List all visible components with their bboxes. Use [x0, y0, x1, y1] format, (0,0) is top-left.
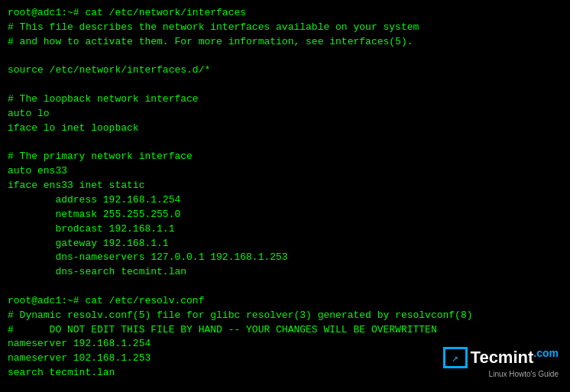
comment-loopback: # The loopback network interface [8, 93, 199, 105]
line-12: auto ens33 [8, 164, 562, 179]
logo-name: Tecmint.com [471, 347, 559, 368]
gateway-line: gateway 192.168.1.1 [8, 238, 169, 249]
prompt-text: root@adc1:~# cat /etc/network/interfaces [8, 7, 246, 18]
line-19: dns-search tecmint.lan [8, 265, 562, 280]
comment-primary: # The primary network interface [8, 151, 193, 162]
line-22: # Dynamic resolv.conf(5) file for glibc … [8, 309, 562, 323]
line-2: # This file describes the network interf… [8, 21, 562, 35]
logo-tagline: Linux Howto's Guide [443, 370, 559, 378]
comment-text: # This file describes the network interf… [8, 21, 419, 33]
netmask-line: netmask 255.255.255.0 [8, 209, 180, 220]
line-21: root@adc1:~# cat /etc/resolv.conf [8, 294, 562, 309]
line-8: auto lo [8, 107, 562, 121]
line-11: # The primary network interface [8, 150, 562, 164]
search-line: search tecmint.lan [8, 367, 115, 378]
warning-line: # DO NOT EDIT THIS FILE BY HAND -- YOUR … [8, 324, 437, 335]
source-line: source /etc/network/interfaces.d/* [8, 64, 210, 76]
line-17: gateway 192.168.1.1 [8, 237, 562, 251]
auto-ens33: auto ens33 [8, 165, 67, 177]
comment-dynamic: # Dynamic resolv.conf(5) file for glibc … [8, 309, 473, 321]
logo-icon [443, 347, 468, 368]
logo-container: Tecmint.com [443, 347, 559, 368]
line-3: # and how to activate them. For more inf… [8, 35, 562, 50]
line-blank-2 [8, 78, 562, 92]
brodcast-line: brodcast 192.168.1.1 [8, 223, 174, 235]
nameserver-2: nameserver 102.168.1.253 [8, 352, 151, 364]
iface-lo: iface lo inet loopback [8, 122, 139, 134]
line-23: # DO NOT EDIT THIS FILE BY HAND -- YOUR … [8, 323, 562, 338]
terminal-window: root@adc1:~# cat /etc/network/interfaces… [0, 0, 570, 392]
comment-text: # and how to activate them. For more inf… [8, 36, 413, 47]
line-14: address 192.168.1.254 [8, 193, 562, 208]
prompt-resolv: root@adc1:~# cat /etc/resolv.conf [8, 295, 204, 306]
line-7: # The loopback network interface [8, 92, 562, 107]
line-27: root@adc1:~# [8, 381, 562, 392]
logo-dot: .com [533, 347, 559, 359]
line-13: iface ens33 inet static [8, 179, 562, 193]
line-15: netmask 255.255.255.0 [8, 208, 562, 222]
auto-lo: auto lo [8, 108, 50, 119]
logo-name-text: Tecmint [471, 348, 534, 368]
dns-search-line: dns-search tecmint.lan [8, 266, 186, 277]
line-5: source /etc/network/interfaces.d/* [8, 63, 562, 78]
line-blank-3 [8, 136, 562, 151]
address-line: address 192.168.1.254 [8, 194, 180, 206]
line-9: iface lo inet loopback [8, 121, 562, 136]
nameserver-1: nameserver 192.168.1.254 [8, 338, 151, 349]
line-16: brodcast 192.168.1.1 [8, 222, 562, 237]
line-blank-4 [8, 280, 562, 294]
iface-ens33: iface ens33 inet static [8, 180, 144, 191]
line-blank-1 [8, 50, 562, 64]
tecmint-logo: Tecmint.com Linux Howto's Guide [443, 347, 559, 378]
line-1: root@adc1:~# cat /etc/network/interfaces [8, 6, 562, 21]
line-18: dns-nameservers 127.0.0.1 192.168.1.253 [8, 251, 562, 265]
dns-nameservers-line: dns-nameservers 127.0.0.1 192.168.1.253 [8, 251, 288, 263]
